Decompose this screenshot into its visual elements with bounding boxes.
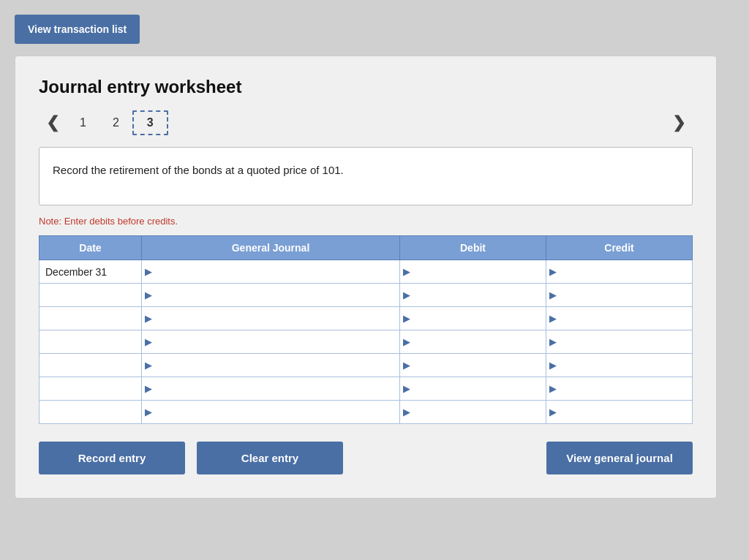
- debit-arrow-icon-6: ▶: [403, 406, 410, 417]
- clear-entry-button[interactable]: Clear entry: [197, 442, 343, 474]
- credit-cell-2[interactable]: ▶: [546, 307, 693, 330]
- debit-input-4[interactable]: [412, 354, 546, 377]
- debit-input-1[interactable]: [412, 284, 546, 306]
- debit-arrow-icon-3: ▶: [403, 336, 410, 347]
- journal-arrow-icon-4: ▶: [145, 360, 152, 371]
- credit-arrow-icon-1: ▶: [549, 290, 557, 300]
- debit-input-0[interactable]: [412, 260, 546, 283]
- journal-arrow-icon-1: ▶: [145, 290, 152, 300]
- nav-page-3[interactable]: 3: [132, 110, 168, 135]
- journal-cell-1[interactable]: ▶: [142, 284, 400, 307]
- credit-input-4[interactable]: [558, 354, 692, 377]
- table-row: ▶▶▶: [39, 377, 693, 401]
- journal-input-3[interactable]: [154, 330, 399, 353]
- credit-arrow-icon-4: ▶: [549, 360, 557, 371]
- date-cell-4: [39, 354, 142, 377]
- journal-input-4[interactable]: [154, 354, 399, 377]
- credit-cell-3[interactable]: ▶: [546, 330, 693, 354]
- debit-cell-2[interactable]: ▶: [400, 307, 546, 330]
- journal-arrow-icon-5: ▶: [145, 383, 152, 394]
- table-row: ▶▶▶: [39, 401, 693, 424]
- nav-page-1[interactable]: 1: [67, 112, 99, 134]
- nav-next-arrow[interactable]: ❯: [665, 110, 693, 135]
- date-cell-3: [39, 330, 142, 354]
- credit-input-1[interactable]: [558, 284, 692, 306]
- debit-input-6[interactable]: [412, 401, 546, 423]
- date-cell-2: [39, 307, 142, 330]
- col-header-debit: Debit: [400, 236, 546, 260]
- debit-arrow-icon-5: ▶: [403, 383, 410, 394]
- journal-arrow-icon-3: ▶: [145, 336, 152, 347]
- credit-input-3[interactable]: [558, 330, 692, 353]
- debit-cell-4[interactable]: ▶: [400, 354, 546, 377]
- credit-arrow-icon-3: ▶: [549, 336, 557, 347]
- journal-input-1[interactable]: [154, 284, 399, 306]
- credit-cell-4[interactable]: ▶: [546, 354, 693, 377]
- record-entry-button[interactable]: Record entry: [39, 442, 185, 474]
- journal-input-2[interactable]: [154, 307, 399, 330]
- credit-arrow-icon-6: ▶: [549, 406, 557, 417]
- credit-arrow-icon-0: ▶: [549, 266, 557, 277]
- journal-cell-0[interactable]: ▶: [142, 260, 400, 284]
- debit-arrow-icon-1: ▶: [403, 290, 410, 300]
- journal-arrow-icon-2: ▶: [145, 313, 152, 324]
- debit-arrow-icon-2: ▶: [403, 313, 410, 324]
- bottom-buttons: Record entry Clear entry View general jo…: [39, 442, 693, 474]
- journal-arrow-icon-6: ▶: [145, 406, 152, 417]
- journal-arrow-icon-0: ▶: [145, 266, 152, 277]
- nav-prev-arrow[interactable]: ❮: [39, 110, 67, 135]
- table-row: December 31▶▶▶: [39, 260, 693, 284]
- col-header-credit: Credit: [546, 236, 693, 260]
- journal-cell-3[interactable]: ▶: [142, 330, 400, 354]
- table-row: ▶▶▶: [39, 284, 693, 307]
- date-cell-1: [39, 284, 142, 307]
- date-cell-6: [39, 401, 142, 424]
- debit-arrow-icon-4: ▶: [403, 360, 410, 371]
- nav-row: ❮ 1 2 3 ❯: [39, 110, 693, 135]
- debit-cell-1[interactable]: ▶: [400, 284, 546, 307]
- col-header-journal: General Journal: [142, 236, 400, 260]
- journal-input-6[interactable]: [154, 401, 399, 423]
- debit-input-5[interactable]: [412, 377, 546, 400]
- debit-cell-5[interactable]: ▶: [400, 377, 546, 401]
- debit-cell-6[interactable]: ▶: [400, 401, 546, 424]
- credit-cell-1[interactable]: ▶: [546, 284, 693, 307]
- description-text: Record the retirement of the bonds at a …: [53, 164, 344, 176]
- credit-input-6[interactable]: [558, 401, 692, 423]
- journal-cell-4[interactable]: ▶: [142, 354, 400, 377]
- worksheet-title: Journal entry worksheet: [39, 77, 693, 97]
- credit-input-2[interactable]: [558, 307, 692, 330]
- view-transaction-button[interactable]: View transaction list: [15, 15, 140, 44]
- debit-cell-0[interactable]: ▶: [400, 260, 546, 284]
- journal-cell-6[interactable]: ▶: [142, 401, 400, 424]
- description-box: Record the retirement of the bonds at a …: [39, 147, 693, 205]
- journal-input-5[interactable]: [154, 377, 399, 400]
- debit-arrow-icon-0: ▶: [403, 266, 410, 277]
- journal-cell-5[interactable]: ▶: [142, 377, 400, 401]
- debit-input-2[interactable]: [412, 307, 546, 330]
- credit-cell-0[interactable]: ▶: [546, 260, 693, 284]
- debit-input-3[interactable]: [412, 330, 546, 353]
- journal-input-0[interactable]: [154, 260, 399, 283]
- date-cell-0: December 31: [39, 260, 142, 284]
- date-cell-5: [39, 377, 142, 401]
- nav-page-2[interactable]: 2: [99, 112, 132, 134]
- note-text: Note: Enter debits before credits.: [39, 216, 693, 227]
- table-row: ▶▶▶: [39, 307, 693, 330]
- main-container: Journal entry worksheet ❮ 1 2 3 ❯ Record…: [15, 56, 717, 499]
- debit-cell-3[interactable]: ▶: [400, 330, 546, 354]
- table-row: ▶▶▶: [39, 354, 693, 377]
- credit-input-5[interactable]: [558, 377, 692, 400]
- credit-arrow-icon-5: ▶: [549, 383, 557, 394]
- credit-cell-6[interactable]: ▶: [546, 401, 693, 424]
- credit-input-0[interactable]: [558, 260, 692, 283]
- col-header-date: Date: [39, 236, 142, 260]
- journal-table: Date General Journal Debit Credit Decemb…: [39, 235, 693, 424]
- view-general-journal-button[interactable]: View general journal: [546, 442, 693, 474]
- credit-arrow-icon-2: ▶: [549, 313, 557, 324]
- journal-cell-2[interactable]: ▶: [142, 307, 400, 330]
- credit-cell-5[interactable]: ▶: [546, 377, 693, 401]
- table-row: ▶▶▶: [39, 330, 693, 354]
